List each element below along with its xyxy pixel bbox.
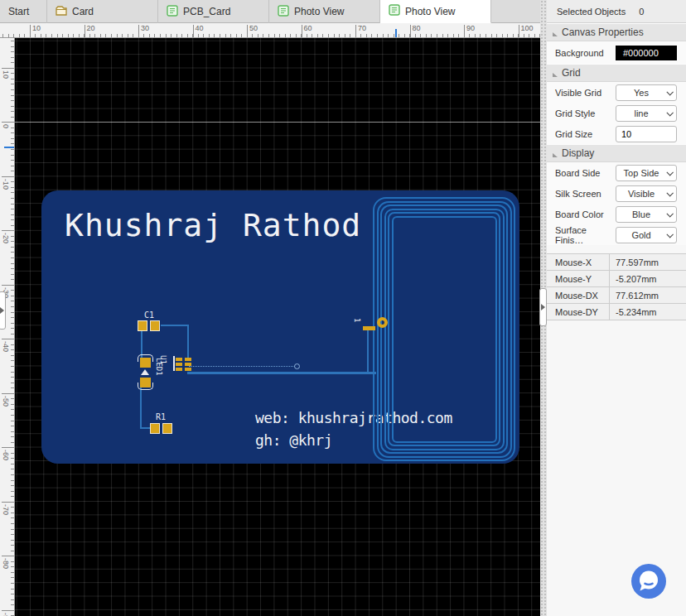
ruler-minor-tick xyxy=(11,268,14,269)
chevron-down-icon xyxy=(666,190,673,196)
tab-pcb-card[interactable]: PCB_Card xyxy=(158,0,269,23)
ruler-tick-label: -60 xyxy=(2,450,10,460)
tab-label: Photo View xyxy=(405,6,456,17)
tab-start[interactable]: Start xyxy=(0,0,47,23)
pcb-board: Khushraj Rathod web: khushrajrathod.com … xyxy=(41,190,519,464)
table-row: Mouse-DY -5.234mm xyxy=(547,304,686,320)
ruler-minor-tick xyxy=(149,34,150,37)
ruler-minor-tick xyxy=(11,334,14,334)
ruler-minor-tick xyxy=(491,34,492,37)
tab-photo-view-1[interactable]: Photo View xyxy=(269,0,380,23)
selected-objects-count: 0 xyxy=(639,7,644,17)
section-grid[interactable]: Grid xyxy=(547,64,686,82)
ruler-minor-tick xyxy=(360,34,361,37)
ruler-minor-tick xyxy=(279,34,280,37)
ruler-minor-tick xyxy=(11,181,14,182)
ruler-minor-tick xyxy=(399,34,399,37)
ruler-minor-tick xyxy=(11,149,14,150)
ruler-minor-tick xyxy=(11,274,14,275)
ruler-minor-tick xyxy=(143,34,144,37)
ruler-minor-tick xyxy=(11,372,14,373)
ruler-cursor-y xyxy=(4,147,14,148)
pad-u1 xyxy=(176,363,182,366)
section-title: Canvas Properties xyxy=(562,26,644,38)
ruler-minor-tick xyxy=(11,328,14,329)
tab-photo-view-2-active[interactable]: Photo View xyxy=(380,0,491,23)
ruler-minor-tick xyxy=(11,409,14,410)
ruler-minor-tick xyxy=(11,496,14,497)
visible-grid-select[interactable]: Yes xyxy=(616,84,677,101)
ruler-minor-tick xyxy=(73,34,74,37)
ruler-minor-tick xyxy=(11,166,14,166)
folder-icon xyxy=(56,6,67,18)
ruler-minor-tick xyxy=(11,442,14,443)
ruler-minor-tick xyxy=(94,34,95,37)
tab-bar: Start Card PCB_Card Photo View Photo Vie… xyxy=(0,0,540,23)
ruler-minor-tick xyxy=(11,138,14,139)
pad-r1-2 xyxy=(162,423,172,434)
ruler-minor-tick xyxy=(11,79,14,79)
section-canvas-properties[interactable]: Canvas Properties xyxy=(547,23,686,41)
tab-card[interactable]: Card xyxy=(47,0,158,23)
ruler-minor-tick xyxy=(11,290,14,291)
ruler-minor-tick xyxy=(480,34,481,37)
ruler-minor-tick xyxy=(11,117,14,118)
board-side-select[interactable]: Top Side xyxy=(616,165,677,181)
grid-axis-line xyxy=(15,122,540,123)
pad-u1 xyxy=(176,368,182,371)
ruler-minor-tick xyxy=(133,34,133,37)
ruler-minor-tick xyxy=(11,57,14,58)
ruler-minor-tick xyxy=(214,34,215,37)
ruler-minor-tick xyxy=(68,34,69,37)
field-label: Board Color xyxy=(555,209,616,219)
pad-u1 xyxy=(185,358,191,361)
ruler-minor-tick xyxy=(377,34,378,37)
grid-style-select[interactable]: line xyxy=(616,105,677,122)
ruler-major-tick xyxy=(519,25,519,38)
ruler-tick-label: -70 xyxy=(2,504,10,515)
ruler-major-tick xyxy=(30,25,31,38)
ruler-minor-tick xyxy=(317,34,318,37)
ruler-minor-tick xyxy=(513,34,514,37)
ratline-trace xyxy=(189,366,295,367)
ruler-minor-tick xyxy=(79,34,80,37)
pcb-photo-view-canvas[interactable]: Khushraj Rathod web: khushrajrathod.com … xyxy=(15,38,540,616)
ruler-minor-tick xyxy=(11,204,14,205)
ruler-minor-tick xyxy=(322,34,323,37)
ruler-major-tick xyxy=(2,610,15,611)
ruler-minor-tick xyxy=(198,34,199,37)
ruler-minor-tick xyxy=(11,257,14,258)
field-label: Grid Style xyxy=(555,108,616,118)
ruler-minor-tick xyxy=(11,589,14,590)
field-label: Surface Finis… xyxy=(555,225,616,245)
section-display[interactable]: Display xyxy=(547,144,686,162)
row-value: 77.597mm xyxy=(610,254,659,270)
silk-screen-select[interactable]: Visible xyxy=(616,185,677,202)
silk-ref-pin1: 1 xyxy=(353,318,361,322)
ruler-minor-tick xyxy=(11,377,14,378)
left-panel-handle[interactable] xyxy=(0,291,6,330)
ruler-minor-tick xyxy=(11,247,14,248)
background-color-swatch[interactable]: #000000 xyxy=(616,46,677,60)
ruler-minor-tick xyxy=(328,34,329,37)
ruler-minor-tick xyxy=(117,34,118,37)
ruler-minor-tick xyxy=(307,34,307,37)
pad-u1 xyxy=(185,363,191,366)
ruler-minor-tick xyxy=(11,415,14,416)
trace xyxy=(187,325,189,359)
ruler-major-tick xyxy=(410,25,411,38)
ruler-minor-tick xyxy=(431,34,432,37)
surface-finish-select[interactable]: Gold xyxy=(616,227,677,243)
ruler-minor-tick xyxy=(11,46,14,47)
board-color-select[interactable]: Blue xyxy=(616,206,677,223)
properties-panel: Selected Objects 0 Canvas Properties Bac… xyxy=(547,0,686,616)
row-label: Mouse-DY xyxy=(547,304,610,320)
chat-support-button[interactable] xyxy=(630,563,667,599)
ruler-minor-tick xyxy=(11,474,14,475)
grid-size-input[interactable] xyxy=(616,126,677,142)
panel-collapse-handle[interactable] xyxy=(539,288,547,326)
ruler-minor-tick xyxy=(496,34,497,37)
ruler-tick-label: 70 xyxy=(358,24,366,32)
row-value: -5.207mm xyxy=(610,271,657,286)
ruler-minor-tick xyxy=(11,214,14,215)
